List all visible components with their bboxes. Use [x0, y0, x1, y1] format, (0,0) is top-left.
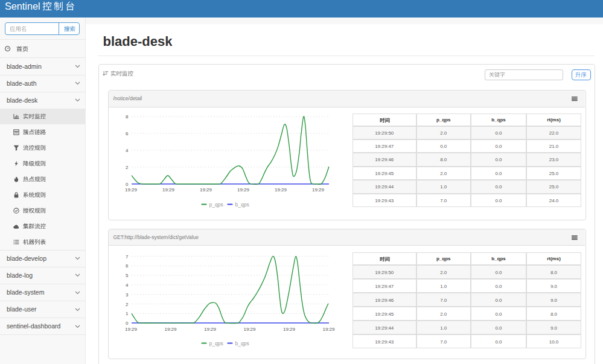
svg-text:19:29: 19:29 — [200, 187, 212, 193]
svg-text:6: 6 — [126, 131, 129, 136]
svg-text:0: 0 — [126, 182, 129, 187]
svg-text:19:29: 19:29 — [322, 326, 335, 331]
svg-text:19:29: 19:29 — [283, 326, 296, 331]
svg-text:19:29: 19:29 — [125, 326, 138, 331]
svg-text:19:29: 19:29 — [275, 187, 287, 193]
svg-text:p_qps: p_qps — [209, 202, 223, 208]
svg-text:6: 6 — [126, 263, 129, 269]
svg-text:19:29: 19:29 — [237, 187, 250, 193]
svg-text:8: 8 — [126, 114, 129, 120]
svg-text:4: 4 — [126, 282, 129, 287]
svg-text:p_qps: p_qps — [209, 340, 223, 346]
svg-text:19:29: 19:29 — [312, 187, 325, 193]
svg-text:4: 4 — [126, 148, 129, 153]
svg-text:0: 0 — [126, 321, 129, 326]
svg-text:19:29: 19:29 — [243, 326, 256, 331]
svg-text:19:29: 19:29 — [204, 326, 217, 331]
svg-text:5: 5 — [126, 273, 129, 278]
svg-text:7: 7 — [126, 254, 129, 259]
svg-text:b_qps: b_qps — [235, 202, 249, 208]
svg-text:3: 3 — [126, 292, 129, 297]
svg-text:19:29: 19:29 — [125, 187, 138, 193]
svg-text:b_qps: b_qps — [235, 340, 249, 346]
svg-text:1: 1 — [126, 311, 129, 316]
svg-text:19:29: 19:29 — [162, 187, 175, 193]
svg-text:19:29: 19:29 — [164, 326, 177, 331]
svg-text:2: 2 — [126, 301, 129, 307]
svg-text:2: 2 — [126, 165, 129, 170]
